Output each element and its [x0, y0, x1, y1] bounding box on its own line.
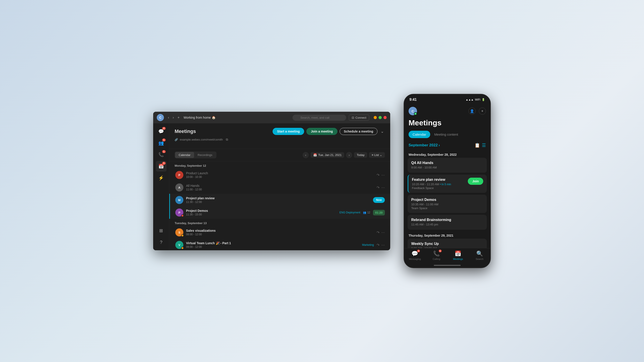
- schedule-meeting-button[interactable]: Schedule a meeting: [340, 128, 378, 135]
- list-item[interactable]: Project Demos 10:35 AM - 11:00 AM Team S…: [408, 195, 487, 213]
- battery-icon: 🔋: [482, 98, 485, 101]
- sidebar-item-messages[interactable]: 💬 4: [156, 126, 166, 137]
- meeting-tag[interactable]: Marketing: [362, 243, 374, 247]
- meeting-info: All Hands 11:00 - 12:00: [186, 184, 374, 191]
- meeting-list[interactable]: Monday, September 12 P Product Launch 10…: [169, 161, 390, 250]
- participants-icon: 👥: [363, 211, 366, 214]
- mobile-month-display[interactable]: September 2022 ›: [408, 143, 440, 147]
- date-navigation: ‹ 📅 Tue, Jan 21, 2021 › Today ≡ List ⌄: [302, 152, 385, 158]
- meeting-info: Virtual Team Lunch 🎉 - Part 1 08:00 - 12…: [186, 241, 359, 249]
- user-avatar[interactable]: C: [157, 114, 164, 121]
- view-tabs: Calendar Recordings: [175, 151, 216, 158]
- maximize-button[interactable]: [378, 116, 382, 119]
- more-icon[interactable]: ⋯: [381, 185, 385, 190]
- more-icon[interactable]: ⋯: [381, 173, 385, 177]
- nav-forward-button[interactable]: ›: [171, 115, 175, 120]
- meetings-badge: 1: [162, 162, 166, 165]
- forward-icon[interactable]: ↷: [376, 243, 380, 247]
- tab-recordings[interactable]: Recordings: [194, 152, 216, 158]
- sidebar-item-help[interactable]: ?: [156, 237, 166, 248]
- meeting-name: Sales visualizations: [186, 229, 374, 232]
- more-icon[interactable]: ⋯: [381, 230, 385, 235]
- more-icon[interactable]: ⋯: [381, 243, 385, 247]
- connect-button[interactable]: ⊡ Connect: [349, 115, 369, 121]
- date-next-button[interactable]: ›: [346, 152, 352, 158]
- recording-indicator: [181, 214, 184, 217]
- close-button[interactable]: [384, 116, 386, 119]
- forward-icon[interactable]: ↷: [376, 230, 380, 235]
- messages-badge: 4: [162, 127, 166, 130]
- today-button[interactable]: Today: [354, 152, 367, 158]
- nav-item-messaging[interactable]: 💬 3 Messaging: [404, 251, 426, 260]
- more-options-button[interactable]: ⌄: [380, 128, 385, 135]
- meeting-space: Team Space: [411, 206, 483, 210]
- table-row[interactable]: M Project plan review 11:30 - 12:00 Now: [169, 194, 390, 206]
- list-item[interactable]: Feature plan review 10:20 AM - 11:20 AM …: [408, 175, 487, 193]
- list-item[interactable]: Q4 All Hands 9:00 AM - 10:00 AM: [408, 158, 487, 173]
- list-item[interactable]: Rebrand Brainstorming 11:45 AM - 13:45 p…: [408, 215, 487, 230]
- meeting-info: Feature plan review 10:20 AM - 11:20 AM …: [412, 178, 468, 190]
- date-prev-button[interactable]: ‹: [302, 152, 309, 158]
- list-view-button[interactable]: ≡ List ⌄: [369, 152, 385, 158]
- meeting-name: Q4 All Hands: [411, 161, 483, 165]
- nav-add-button[interactable]: +: [176, 115, 181, 120]
- calendar-grid-icon[interactable]: 📋: [474, 143, 480, 148]
- mobile-day-header-wed: Wednesday, September 28, 2022: [404, 151, 490, 158]
- forward-icon[interactable]: ↷: [376, 173, 380, 177]
- mobile-tab-meeting-content[interactable]: Meeting content: [430, 131, 462, 138]
- mobile-content[interactable]: Meetings Calendar Meeting content Septem…: [404, 118, 490, 248]
- meeting-tag[interactable]: ENG Deployment: [340, 211, 360, 214]
- sidebar: 💬 4 👥 1 📞 1 📅 1 ⚡ ⊞ ?: [153, 123, 169, 250]
- tab-calendar[interactable]: Calendar: [175, 152, 194, 158]
- day-header-monday: Monday, September 12: [169, 161, 390, 169]
- now-badge[interactable]: Now: [373, 197, 385, 203]
- add-icon[interactable]: +: [479, 107, 486, 115]
- chevron-right-icon: ›: [438, 143, 440, 147]
- search-input[interactable]: [292, 115, 346, 121]
- date-display[interactable]: 📅 Tue, Jan 21, 2021: [310, 152, 344, 158]
- sidebar-item-apps[interactable]: ⊞: [156, 225, 166, 236]
- table-row[interactable]: A All Hands 11:00 - 12:00 ↷ ⋯: [169, 181, 390, 194]
- meeting-name: Product Launch: [186, 171, 374, 175]
- list-item[interactable]: Weekly Sync Up 9:00 AM - 10:00 AM: [408, 239, 487, 248]
- wifi-icon: WiFi: [475, 98, 480, 101]
- meeting-join-row: Feature plan review 10:20 AM - 11:20 AM …: [412, 178, 483, 190]
- nav-item-calling[interactable]: 📞 1 Calling: [426, 251, 448, 260]
- mobile-avatar-wrap: C ✓: [408, 107, 417, 115]
- sidebar-item-people[interactable]: 👥 1: [156, 138, 166, 148]
- meeting-time: 10:00 - 10:30: [186, 175, 374, 179]
- titlebar: C ‹ › + Working from home 🏠 ⌕ ⊡ Connect: [153, 112, 390, 123]
- start-meeting-button[interactable]: Start a meeting: [272, 128, 304, 135]
- calling-badge: 1: [162, 150, 166, 153]
- account-icon[interactable]: 👤: [468, 107, 476, 115]
- mobile-header-icons: 👤 +: [468, 107, 486, 115]
- table-row[interactable]: V Virtual Team Lunch 🎉 - Part 1 08:00 - …: [169, 239, 390, 250]
- sidebar-item-calling[interactable]: 📞 1: [156, 149, 166, 160]
- minimize-button[interactable]: [374, 116, 377, 119]
- avatar: V: [175, 241, 183, 249]
- copy-url-button[interactable]: ⧉: [224, 137, 230, 142]
- meeting-name: Rebrand Brainstorming: [411, 218, 483, 222]
- table-row[interactable]: P Project Demos 11:35 - 15:00 ENG Deploy…: [169, 206, 390, 219]
- nav-back-button[interactable]: ‹: [166, 115, 170, 120]
- join-meeting-button[interactable]: Join a meeting: [306, 128, 337, 135]
- table-row[interactable]: P Product Launch 10:00 - 10:30 ↷ ⋯: [169, 169, 390, 181]
- timer-badge[interactable]: 01:20: [373, 210, 385, 215]
- table-row[interactable]: S Sales visualizations 08:00 - 12:00 ↷ ⋯: [169, 226, 390, 239]
- meeting-name: Weekly Sync Up: [411, 242, 483, 246]
- mobile-app: 9:41 ▲▲▲ WiFi 🔋 C ✓ 👤 + Meetings Calenda…: [404, 94, 491, 268]
- nav-item-meetings[interactable]: 📅 Meetings: [447, 251, 469, 260]
- sidebar-item-whiteboard[interactable]: ⚡: [156, 173, 166, 183]
- forward-icon[interactable]: ↷: [376, 185, 380, 190]
- nav-item-search[interactable]: 🔍 Search: [469, 251, 490, 260]
- mobile-tabs: Calendar Meeting content: [404, 131, 490, 138]
- meeting-space: Feedback Space: [412, 186, 468, 190]
- calling-icon: 📞 1: [433, 251, 440, 257]
- people-badge: 1: [162, 139, 166, 141]
- mobile-tab-calendar[interactable]: Calendar: [408, 131, 430, 138]
- sidebar-item-meetings[interactable]: 📅 1: [156, 161, 166, 172]
- join-button[interactable]: Join: [468, 178, 483, 185]
- list-view-icon[interactable]: ☰: [482, 143, 486, 148]
- in-time-badge: • In 5 min: [440, 183, 451, 186]
- meeting-time: 08:00 - 12:00: [186, 245, 359, 249]
